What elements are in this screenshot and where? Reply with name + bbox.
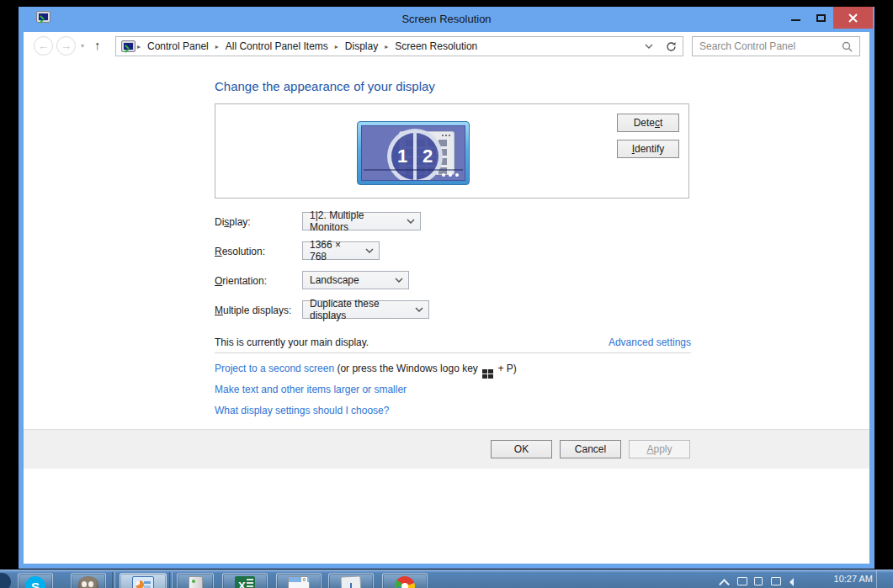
chevron-down-icon xyxy=(390,278,408,283)
monitor-bezel-line xyxy=(364,169,463,171)
chevron-down-icon xyxy=(410,307,428,312)
breadcrumb-control-panel[interactable]: Control Panel xyxy=(142,40,214,52)
display-numbers-badge: 1 2 xyxy=(387,129,443,181)
section-divider xyxy=(215,352,691,353)
chevron-down-icon xyxy=(360,248,379,253)
back-button[interactable]: ← xyxy=(34,36,53,56)
address-bar[interactable]: ▸ Control Panel ▸ All Control Panel Item… xyxy=(115,36,661,56)
refresh-button[interactable] xyxy=(660,36,683,56)
monitor-preview-panel: Detect Identify xyxy=(215,103,689,199)
minimize-button[interactable] xyxy=(783,7,808,29)
recent-pages-dropdown[interactable]: ▾ xyxy=(81,42,84,50)
monitor-preview-thumbnail[interactable]: 1 2 xyxy=(357,121,470,185)
chevron-down-icon xyxy=(401,219,420,224)
breadcrumb-separator-icon: ▸ xyxy=(214,43,221,50)
search-icon[interactable] xyxy=(842,41,853,52)
monitor-indicator-dots xyxy=(442,173,459,177)
apply-button[interactable]: Apply xyxy=(629,440,690,458)
multiple-displays-dropdown-value: Duplicate these displays xyxy=(310,298,410,321)
close-icon xyxy=(848,13,858,23)
identify-button[interactable]: Identify xyxy=(617,140,679,158)
taskbar-button-gimp[interactable] xyxy=(71,573,106,588)
resolution-dropdown-value: 1366 × 768 xyxy=(310,239,360,262)
display-label: Display: xyxy=(215,216,251,228)
hidden-icons-chevron-icon[interactable] xyxy=(720,575,731,588)
taskbar-button-media-app[interactable] xyxy=(328,573,374,588)
chevron-down-icon xyxy=(645,44,653,49)
up-arrow-icon: ↑ xyxy=(94,38,101,52)
search-input[interactable] xyxy=(699,40,842,52)
detect-button[interactable]: Detect xyxy=(617,114,679,132)
forward-button[interactable]: → xyxy=(56,36,76,56)
tray-volume-icon[interactable] xyxy=(788,575,799,588)
show-desktop-divider xyxy=(876,570,877,588)
excel-icon: X xyxy=(235,576,255,588)
calculator-window-icon: 0 xyxy=(288,576,310,588)
taskbar-button-computer[interactable] xyxy=(177,573,214,588)
footer-band xyxy=(24,430,869,469)
project-second-screen-link[interactable]: Project to a second screen xyxy=(215,363,334,374)
computer-tower-icon xyxy=(189,576,203,588)
close-button[interactable] xyxy=(833,7,873,29)
window-border-right xyxy=(869,32,874,564)
back-arrow-icon: ← xyxy=(38,40,49,52)
breadcrumb-separator-icon: ▸ xyxy=(136,43,142,50)
gimp-icon xyxy=(78,576,98,588)
cancel-button[interactable]: Cancel xyxy=(560,440,621,458)
taskbar-button-browser[interactable] xyxy=(382,573,428,588)
window-title: Screen Resolution xyxy=(19,13,874,25)
system-tray[interactable] xyxy=(720,575,799,588)
location-monitor-icon xyxy=(121,40,136,52)
resolution-label: Resolution: xyxy=(215,246,265,257)
display-settings-help-link[interactable]: What display settings should I choose? xyxy=(215,405,389,416)
orientation-label: Orientation: xyxy=(215,275,267,287)
multiple-displays-dropdown[interactable]: Duplicate these displays xyxy=(302,300,429,319)
address-dropdown-button[interactable] xyxy=(638,44,660,49)
breadcrumb-display[interactable]: Display xyxy=(340,40,383,52)
forward-arrow-icon: → xyxy=(61,40,72,52)
orientation-dropdown[interactable]: Landscape xyxy=(302,271,409,289)
maximize-button[interactable] xyxy=(808,7,833,29)
search-box[interactable] xyxy=(692,36,860,56)
screen-resolution-window: Screen Resolution ← → ▾ ↑ xyxy=(19,7,874,569)
titlebar[interactable]: Screen Resolution xyxy=(19,7,874,32)
breadcrumb-separator-icon: ▸ xyxy=(333,43,340,50)
tray-installer-icon[interactable] xyxy=(754,575,765,588)
display-2-number: 2 xyxy=(417,133,439,180)
taskbar-button-screen-resolution[interactable] xyxy=(120,573,167,588)
breadcrumb-separator-icon: ▸ xyxy=(383,43,390,50)
tray-network-icon[interactable] xyxy=(771,575,782,588)
taskbar-button-calculator[interactable]: 0 xyxy=(276,573,322,588)
multiple-displays-label: Multiple displays: xyxy=(215,305,291,316)
windows-logo-icon xyxy=(482,369,493,379)
screen-resolution-window-icon xyxy=(132,576,154,588)
display-1-number: 1 xyxy=(391,133,413,180)
resolution-dropdown[interactable]: 1366 × 768 xyxy=(302,241,380,260)
tray-display-icon[interactable] xyxy=(737,575,748,588)
up-button[interactable]: ↑ xyxy=(94,39,101,51)
main-display-note: This is currently your main display. xyxy=(215,336,369,348)
project-hint-text-end: + P) xyxy=(495,363,517,374)
taskbar-clock[interactable]: 10:27 AM xyxy=(834,574,873,584)
media-app-icon xyxy=(340,575,361,588)
display-dropdown[interactable]: 1|2. Multiple Monitors xyxy=(302,212,421,230)
ok-button[interactable]: OK xyxy=(491,440,552,458)
skype-icon: S xyxy=(25,576,45,588)
start-button[interactable] xyxy=(0,573,11,588)
taskbar-button-skype[interactable]: S xyxy=(18,573,53,588)
window-border-bottom xyxy=(19,564,874,569)
breadcrumb-screen-resolution[interactable]: Screen Resolution xyxy=(390,40,482,52)
refresh-icon xyxy=(666,41,677,52)
chevron-down-icon: ▾ xyxy=(81,42,84,50)
browser-pinwheel-icon xyxy=(395,576,415,588)
orientation-dropdown-value: Landscape xyxy=(310,274,359,286)
display-dropdown-value: 1|2. Multiple Monitors xyxy=(310,209,401,233)
page-title: Change the appearance of your display xyxy=(215,79,435,93)
breadcrumb-all-control-panel-items[interactable]: All Control Panel Items xyxy=(221,40,333,52)
monitor-screen: 1 2 xyxy=(361,125,465,181)
make-text-larger-link[interactable]: Make text and other items larger or smal… xyxy=(215,384,407,395)
advanced-settings-link[interactable]: Advanced settings xyxy=(609,336,691,348)
taskbar[interactable]: S X 0 10:27 AM xyxy=(0,569,893,588)
project-hint-text: (or press the Windows logo key xyxy=(334,363,481,374)
taskbar-button-excel[interactable]: X xyxy=(222,573,268,588)
